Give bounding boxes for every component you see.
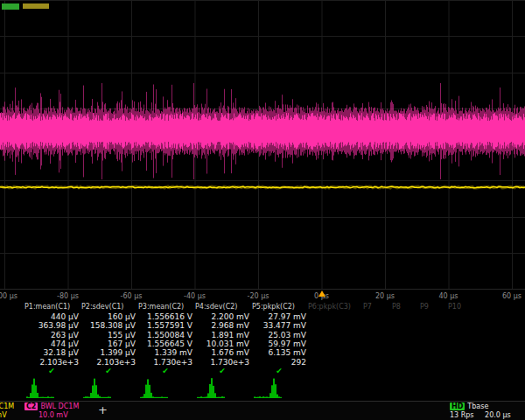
param-header-p7[interactable]: P7 — [363, 303, 372, 311]
measure-value-cell: 1.550084 V — [138, 331, 192, 340]
time-axis: -100 µs-80 µs-60 µs-40 µs-20 µs0 µs20 µs… — [0, 289, 525, 303]
measure-value-cell: 155 µV — [81, 331, 136, 340]
measure-value-cell: 6.135 mV — [252, 348, 306, 357]
time-axis-label: -40 µs — [184, 292, 206, 300]
yellow-status-tag-icon — [23, 4, 49, 9]
time-axis-label: 40 µs — [439, 292, 458, 300]
measure-value-cell: 1.891 mV — [195, 331, 249, 340]
measure-value-cell: 2.103e+3 — [24, 358, 79, 367]
status-check-icon: ✔ — [138, 367, 192, 375]
top-status-indicators — [2, 3, 49, 10]
measure-value-cell: 160 µV — [81, 312, 136, 321]
param-header-p4[interactable]: P4:sdev(C2) — [195, 303, 237, 311]
measure-value-cell: 292 — [252, 358, 306, 367]
measure-value-cell: 363.98 µV — [24, 321, 79, 330]
measure-value-cell: 10.031 mV — [195, 340, 249, 348]
timebase-label: Tbase — [467, 402, 488, 410]
measure-value-cell: 1.556616 V — [138, 312, 192, 321]
time-axis-label: -100 µs — [0, 292, 18, 300]
hd-mode-badge: HD — [450, 402, 465, 410]
green-led-icon — [2, 4, 19, 10]
param-header-p1[interactable]: P1:mean(C1) — [24, 303, 70, 311]
param-header-p2[interactable]: P2:sdev(C1) — [81, 303, 123, 311]
param-header-p3[interactable]: P3:mean(C2) — [138, 303, 184, 311]
measure-value-cell: 59.97 mV — [252, 340, 306, 348]
plus-indicator[interactable]: + — [98, 403, 108, 417]
channel2-coupling: BWL DC1M — [40, 402, 79, 410]
time-axis-label: -80 µs — [57, 292, 79, 300]
measure-value-cell: 2.200 mV — [195, 312, 249, 321]
param-header-p6[interactable]: P6:pkpk(C3) — [308, 303, 351, 311]
bottom-bar: C1DC1M 10.0 mV C2BWL DC1M 10.0 mV + HDTb… — [0, 401, 525, 420]
measure-value-cell: 440 µV — [24, 312, 79, 321]
waveform-canvas[interactable] — [0, 0, 525, 289]
waveform-display[interactable] — [0, 0, 525, 289]
measurement-panel: P1:mean(C1)P2:sdev(C1)P3:mean(C2)P4:sdev… — [0, 302, 525, 401]
measure-value-cell: 263 µV — [24, 331, 79, 340]
measure-value-cell: 33.477 mV — [252, 321, 306, 330]
oscilloscope-screen: -100 µs-80 µs-60 µs-40 µs-20 µs0 µs20 µs… — [0, 0, 525, 420]
channel2-descriptor[interactable]: C2BWL DC1M 10.0 mV — [24, 402, 79, 420]
measure-value-cell: 1.556645 V — [138, 340, 192, 348]
channel2-scale: 10.0 mV — [24, 411, 79, 420]
status-check-icon: ✔ — [252, 367, 306, 375]
trigger-position-marker[interactable] — [318, 290, 326, 297]
measure-value-cell: 1.399 µV — [81, 348, 136, 357]
time-axis-label: 60 µs — [502, 292, 522, 300]
param-header-p8[interactable]: P8 — [392, 303, 401, 311]
measure-value-cell: 167 µV — [81, 340, 136, 348]
channel2-badge: C2 — [24, 402, 38, 410]
histicon-strip — [0, 377, 525, 398]
time-axis-label: -60 µs — [121, 292, 143, 300]
measure-value-cell: 32.18 µV — [24, 348, 79, 357]
time-axis-label: 20 µs — [375, 292, 395, 300]
measure-value-cell: 474 µV — [24, 340, 79, 348]
timebase-descriptor[interactable]: HDTbase 13 Rps 20.0 µs — [450, 402, 525, 420]
measure-value-cell: 1.676 mV — [195, 348, 249, 357]
measure-value-cell: 1.339 mV — [138, 348, 192, 357]
status-check-icon: ✔ — [81, 367, 136, 375]
measure-value-cell: 1.730e+3 — [195, 358, 249, 367]
measure-value-cell: 158.308 µV — [81, 321, 136, 330]
channel1-scale: 10.0 mV — [0, 411, 14, 420]
param-header-p10[interactable]: P10 — [448, 303, 461, 311]
channel1-descriptor[interactable]: C1DC1M 10.0 mV — [0, 402, 14, 420]
param-header-p9[interactable]: P9 — [420, 303, 429, 311]
param-header-p5[interactable]: P5:pkpk(C2) — [252, 303, 295, 311]
measure-value-cell: 1.730e+3 — [138, 358, 192, 367]
measure-value-cell: 27.97 mV — [252, 312, 306, 321]
status-check-icon: ✔ — [195, 367, 249, 375]
channel1-coupling: DC1M — [0, 402, 14, 410]
measure-value-cell: 25.03 mV — [252, 331, 306, 340]
timebase-stat: 13 Rps — [450, 411, 474, 419]
time-axis-label: -20 µs — [248, 292, 270, 300]
measure-value-cell: 2.103e+3 — [81, 358, 136, 367]
measure-value-cell: 2.968 mV — [195, 321, 249, 330]
measure-value-cell: 1.557591 V — [138, 321, 192, 330]
timebase-scale: 20.0 µs — [485, 411, 511, 419]
status-check-icon: ✔ — [24, 367, 79, 375]
